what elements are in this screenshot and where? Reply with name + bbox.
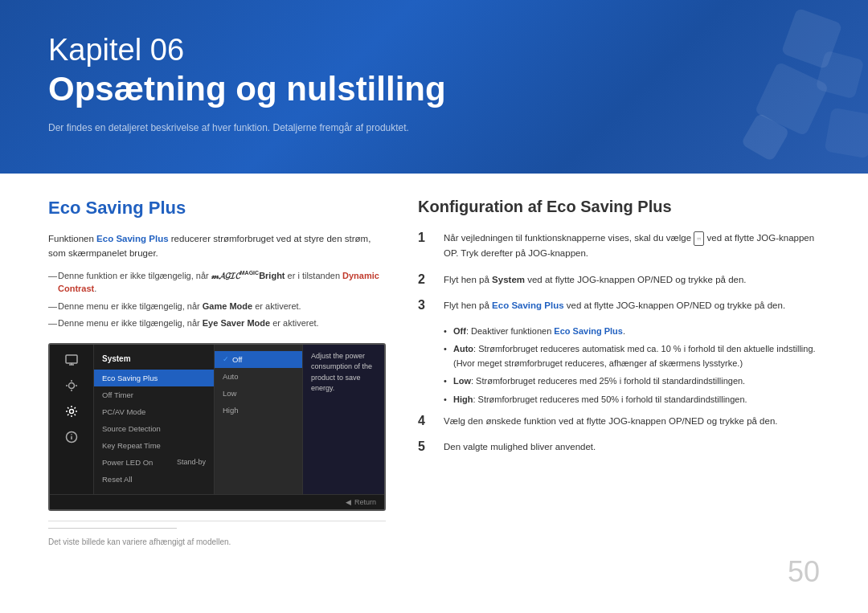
menu-item-eco[interactable]: Eco Saving Plus bbox=[94, 370, 214, 386]
note-3: Denne menu er ikke tilgængelig, når Eye … bbox=[48, 317, 386, 330]
page-number: 50 bbox=[788, 555, 820, 589]
monitor-icon-settings bbox=[63, 404, 80, 419]
main-content: Eco Saving Plus Funktionen Eco Saving Pl… bbox=[0, 174, 868, 572]
magic-bright-label: 𝓂𝓐𝓖𝓘𝓒MAGICBright bbox=[211, 271, 285, 280]
menu-item-pcav[interactable]: PC/AV Mode bbox=[94, 403, 214, 420]
step-num-5: 5 bbox=[418, 439, 434, 454]
left-column: Eco Saving Plus Funktionen Eco Saving Pl… bbox=[48, 198, 386, 548]
step-num-4: 4 bbox=[418, 414, 434, 428]
image-caption-text: Det viste billede kan variere afhængigt … bbox=[48, 537, 231, 546]
step-3: 3 Flyt hen på Eco Saving Plus ved at fly… bbox=[418, 298, 820, 313]
note-2: Denne menu er ikke tilgængelig, når Game… bbox=[48, 300, 386, 313]
monitor-screen: System Eco Saving Plus Off Timer PC/AV M… bbox=[50, 345, 384, 494]
header-subtitle: Der findes en detaljeret beskrivelse af … bbox=[48, 122, 820, 133]
svg-point-8 bbox=[70, 409, 74, 413]
step-num-2: 2 bbox=[418, 272, 434, 287]
svg-rect-0 bbox=[66, 355, 77, 363]
menu-item-source[interactable]: Source Detection bbox=[94, 420, 214, 437]
step-text-2: Flyt hen på System ved at flytte JOG-kna… bbox=[444, 272, 820, 287]
svg-point-11 bbox=[71, 434, 72, 435]
monitor-mockup: System Eco Saving Plus Off Timer PC/AV M… bbox=[48, 343, 386, 511]
page-title: Opsætning og nulstilling bbox=[48, 69, 820, 109]
step-text-5: Den valgte mulighed bliver anvendet. bbox=[444, 439, 820, 454]
monitor-description: Adjust the power consumption of the prod… bbox=[303, 345, 384, 494]
step-text-1: Når vejledningen til funktionsknapperne … bbox=[444, 231, 820, 261]
eye-saver-label: Eye Saver Mode bbox=[203, 318, 270, 328]
divider bbox=[48, 528, 177, 529]
sub-item-high[interactable]: High bbox=[215, 402, 302, 419]
page-header: Kapitel 06 Opsætning og nulstilling Der … bbox=[0, 0, 868, 174]
bullet-off: Off: Deaktiver funktionen Eco Saving Plu… bbox=[444, 325, 820, 339]
menu-item-key-repeat[interactable]: Key Repeat Time bbox=[94, 437, 214, 454]
return-label: Return bbox=[354, 498, 376, 506]
monitor-icon-brightness bbox=[63, 378, 80, 393]
monitor-sidebar bbox=[50, 345, 94, 494]
steps-list: 1 Når vejledningen til funktionsknappern… bbox=[418, 231, 820, 454]
svg-point-3 bbox=[69, 382, 75, 388]
intro-text: Funktionen Eco Saving Plus reducerer str… bbox=[48, 231, 386, 261]
config-title: Konfiguration af Eco Saving Plus bbox=[418, 198, 820, 216]
game-mode-label: Game Mode bbox=[203, 301, 252, 311]
monitor-icon-display bbox=[63, 353, 80, 367]
sub-item-low[interactable]: Low bbox=[215, 385, 302, 402]
step-num-3: 3 bbox=[418, 298, 434, 313]
bullet-low: Low: Strømforbruget reduceres med 25% i … bbox=[444, 374, 820, 389]
chapter-label: Kapitel 06 bbox=[48, 32, 820, 69]
monitor-submenu: Off Auto Low High bbox=[215, 345, 303, 494]
bullet-auto: Auto: Strømforbruget reduceres automatis… bbox=[444, 342, 820, 370]
monitor-footer: ◀ Return bbox=[50, 494, 384, 509]
menu-item-power-led[interactable]: Power LED On Stand-by bbox=[94, 454, 214, 471]
step-2: 2 Flyt hen på System ved at flytte JOG-k… bbox=[418, 272, 820, 287]
note-1: Denne funktion er ikke tilgængelig, når … bbox=[48, 269, 386, 296]
image-caption-container: Det viste billede kan variere afhængigt … bbox=[48, 521, 386, 548]
monitor-icon-info bbox=[63, 430, 80, 444]
step-5: 5 Den valgte mulighed bliver anvendet. bbox=[418, 439, 820, 454]
step-4: 4 Vælg den ønskede funktion ved at flytt… bbox=[418, 414, 820, 428]
eco-saving-bold: Eco Saving Plus bbox=[96, 234, 168, 243]
monitor-menu: System Eco Saving Plus Off Timer PC/AV M… bbox=[94, 345, 215, 494]
sub-item-auto[interactable]: Auto bbox=[215, 368, 302, 385]
return-arrow: ◀ bbox=[346, 498, 351, 506]
menu-item-reset[interactable]: Reset All bbox=[94, 471, 214, 488]
bullets-list: Off: Deaktiver funktionen Eco Saving Plu… bbox=[444, 325, 820, 407]
step-text-4: Vælg den ønskede funktion ved at flytte … bbox=[444, 414, 820, 428]
bullet-high: High: Strømforbruget reduceres med 50% i… bbox=[444, 393, 820, 407]
right-column: Konfiguration af Eco Saving Plus 1 Når v… bbox=[418, 198, 820, 548]
step-num-1: 1 bbox=[418, 231, 434, 245]
menu-item-off-timer[interactable]: Off Timer bbox=[94, 386, 214, 403]
monitor-menu-header: System bbox=[94, 351, 214, 370]
step-text-3: Flyt hen på Eco Saving Plus ved at flytt… bbox=[444, 298, 820, 313]
sub-item-off[interactable]: Off bbox=[215, 351, 302, 368]
section-title: Eco Saving Plus bbox=[48, 198, 386, 219]
step-1: 1 Når vejledningen til funktionsknappern… bbox=[418, 231, 820, 261]
